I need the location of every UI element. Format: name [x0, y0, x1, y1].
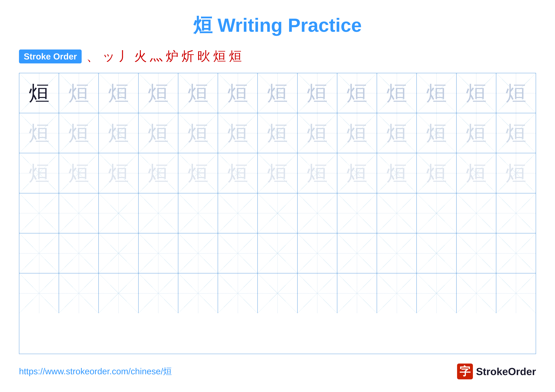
grid-cell[interactable]: [178, 233, 218, 273]
stroke-steps: 、 ッ 丿 火 灬 炉 炘 炚 烜 烜: [86, 48, 242, 65]
grid-cell[interactable]: 烜: [457, 113, 496, 153]
grid-cell[interactable]: [218, 193, 258, 233]
stroke-order-row: Stroke Order 、 ッ 丿 火 灬 炉 炘 炚 烜 烜: [19, 48, 536, 65]
stroke-step-6: 炉: [166, 48, 178, 65]
grid-cell[interactable]: 烜: [417, 73, 456, 113]
grid-cell[interactable]: [417, 233, 456, 273]
grid-cell[interactable]: 烜: [298, 153, 337, 193]
stroke-step-1: 、: [86, 48, 99, 65]
grid-cell[interactable]: [457, 273, 496, 313]
grid-cell[interactable]: 烜: [298, 73, 337, 113]
grid-cell[interactable]: 烜: [19, 113, 59, 153]
grid-cell[interactable]: 烜: [377, 73, 417, 113]
grid-cell[interactable]: [178, 193, 218, 233]
logo-text: StrokeOrder: [476, 366, 536, 378]
page-title: 烜 Writing Practice: [193, 13, 362, 38]
grid-cell[interactable]: [377, 193, 417, 233]
grid-cell[interactable]: 烜: [377, 113, 417, 153]
grid-cell[interactable]: [258, 273, 297, 313]
stroke-step-7: 炘: [182, 48, 194, 65]
stroke-step-5: 灬: [150, 48, 163, 65]
grid-cell[interactable]: 烜: [337, 153, 377, 193]
grid-cell[interactable]: 烜: [99, 153, 139, 193]
grid-cell[interactable]: 烜: [298, 113, 337, 153]
grid-cell[interactable]: 烜: [139, 153, 178, 193]
grid-cell[interactable]: [337, 193, 377, 233]
grid-cell[interactable]: 烜: [178, 73, 218, 113]
grid-cell[interactable]: [178, 273, 218, 313]
grid-cell[interactable]: [258, 233, 297, 273]
grid-cell[interactable]: [298, 193, 337, 233]
grid-row-4: [19, 233, 536, 273]
grid-cell[interactable]: 烜: [218, 153, 258, 193]
grid-cell[interactable]: 烜: [59, 153, 99, 193]
grid-cell[interactable]: 烜: [99, 73, 139, 113]
grid-cell[interactable]: 烜: [496, 73, 536, 113]
grid-cell[interactable]: [496, 233, 536, 273]
grid-cell[interactable]: [337, 233, 377, 273]
grid-cell[interactable]: 烜: [99, 113, 139, 153]
grid-cell[interactable]: [59, 273, 99, 313]
grid-cell[interactable]: 烜: [139, 73, 178, 113]
grid-cell[interactable]: [218, 273, 258, 313]
stroke-step-2: ッ: [102, 48, 115, 65]
grid-row-5: [19, 273, 536, 313]
grid-cell[interactable]: [337, 273, 377, 313]
grid-cell[interactable]: [457, 193, 496, 233]
stroke-step-3: 丿: [118, 48, 131, 65]
grid-cell[interactable]: [19, 273, 59, 313]
grid-cell[interactable]: 烜: [496, 153, 536, 193]
grid-cell[interactable]: [139, 273, 178, 313]
grid-row-2: 烜烜烜烜烜烜烜烜烜烜烜烜烜: [19, 153, 536, 193]
grid-cell[interactable]: [19, 193, 59, 233]
grid-cell[interactable]: 烜: [178, 153, 218, 193]
grid-cell[interactable]: [99, 273, 139, 313]
grid-cell[interactable]: 烜: [457, 153, 496, 193]
grid-cell[interactable]: [19, 233, 59, 273]
grid-cell[interactable]: 烜: [19, 153, 59, 193]
grid-cell[interactable]: [99, 193, 139, 233]
grid-cell[interactable]: [417, 273, 456, 313]
grid-cell[interactable]: 烜: [258, 73, 297, 113]
grid-cell[interactable]: 烜: [178, 113, 218, 153]
grid-cell[interactable]: [59, 193, 99, 233]
logo-icon: 字: [457, 363, 473, 379]
grid-row-0: 烜烜烜烜烜烜烜烜烜烜烜烜烜: [19, 73, 536, 113]
grid-cell[interactable]: 烜: [218, 73, 258, 113]
grid-cell[interactable]: 烜: [496, 113, 536, 153]
stroke-step-10: 烜: [229, 48, 242, 65]
grid-cell[interactable]: 烜: [59, 113, 99, 153]
grid-cell[interactable]: 烜: [417, 113, 456, 153]
footer-url: https://www.strokeorder.com/chinese/烜: [19, 366, 172, 377]
grid-cell[interactable]: 烜: [59, 73, 99, 113]
grid-cell[interactable]: [417, 193, 456, 233]
grid-cell[interactable]: [496, 193, 536, 233]
grid-cell[interactable]: [139, 233, 178, 273]
grid-cell[interactable]: [218, 233, 258, 273]
grid-cell[interactable]: [258, 193, 297, 233]
footer: https://www.strokeorder.com/chinese/烜 字 …: [19, 363, 536, 379]
grid-cell[interactable]: 烜: [218, 113, 258, 153]
grid-row-3: [19, 193, 536, 233]
grid-row-1: 烜烜烜烜烜烜烜烜烜烜烜烜烜: [19, 113, 536, 153]
grid-cell[interactable]: [377, 233, 417, 273]
grid-cell[interactable]: [377, 273, 417, 313]
grid-cell[interactable]: [59, 233, 99, 273]
grid-cell[interactable]: 烜: [417, 153, 456, 193]
grid-cell[interactable]: 烜: [139, 113, 178, 153]
footer-logo: 字 StrokeOrder: [457, 363, 536, 379]
stroke-step-4: 火: [134, 48, 147, 65]
grid-cell[interactable]: [139, 193, 178, 233]
grid-cell[interactable]: 烜: [19, 73, 59, 113]
grid-cell[interactable]: 烜: [457, 73, 496, 113]
grid-cell[interactable]: [298, 233, 337, 273]
grid-cell[interactable]: 烜: [377, 153, 417, 193]
grid-cell[interactable]: 烜: [337, 113, 377, 153]
grid-cell[interactable]: 烜: [258, 113, 297, 153]
grid-cell[interactable]: [298, 273, 337, 313]
grid-cell[interactable]: 烜: [258, 153, 297, 193]
grid-cell[interactable]: [496, 273, 536, 313]
grid-cell[interactable]: 烜: [337, 73, 377, 113]
grid-cell[interactable]: [99, 233, 139, 273]
grid-cell[interactable]: [457, 233, 496, 273]
